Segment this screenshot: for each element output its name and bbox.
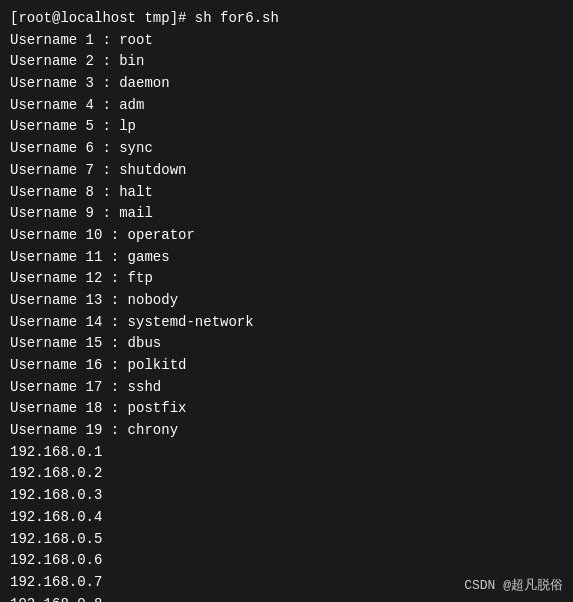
output-line: Username 4 : adm [10, 95, 563, 117]
output-line: Username 6 : sync [10, 138, 563, 160]
output-line: Username 14 : systemd-network [10, 312, 563, 334]
output-line: Username 8 : halt [10, 182, 563, 204]
watermark: CSDN @超凡脱俗 [464, 576, 563, 594]
output-line: 192.168.0.3 [10, 485, 563, 507]
output-line: Username 17 : sshd [10, 377, 563, 399]
output-lines: Username 1 : rootUsername 2 : binUsernam… [10, 30, 563, 602]
output-line: Username 19 : chrony [10, 420, 563, 442]
output-line: 192.168.0.5 [10, 529, 563, 551]
output-line: Username 10 : operator [10, 225, 563, 247]
output-line: Username 13 : nobody [10, 290, 563, 312]
output-line: Username 5 : lp [10, 116, 563, 138]
terminal-window: [root@localhost tmp]# sh for6.sh Usernam… [0, 0, 573, 602]
output-line: 192.168.0.1 [10, 442, 563, 464]
output-line: Username 1 : root [10, 30, 563, 52]
output-line: 192.168.0.4 [10, 507, 563, 529]
output-line: Username 3 : daemon [10, 73, 563, 95]
output-line: Username 16 : polkitd [10, 355, 563, 377]
output-line: Username 18 : postfix [10, 398, 563, 420]
output-line: 192.168.0.8 [10, 594, 563, 602]
output-line: Username 11 : games [10, 247, 563, 269]
output-line: Username 15 : dbus [10, 333, 563, 355]
output-line: Username 7 : shutdown [10, 160, 563, 182]
prompt-line: [root@localhost tmp]# sh for6.sh [10, 8, 563, 30]
output-line: Username 2 : bin [10, 51, 563, 73]
output-line: Username 9 : mail [10, 203, 563, 225]
output-line: Username 12 : ftp [10, 268, 563, 290]
output-line: 192.168.0.6 [10, 550, 563, 572]
output-line: 192.168.0.2 [10, 463, 563, 485]
